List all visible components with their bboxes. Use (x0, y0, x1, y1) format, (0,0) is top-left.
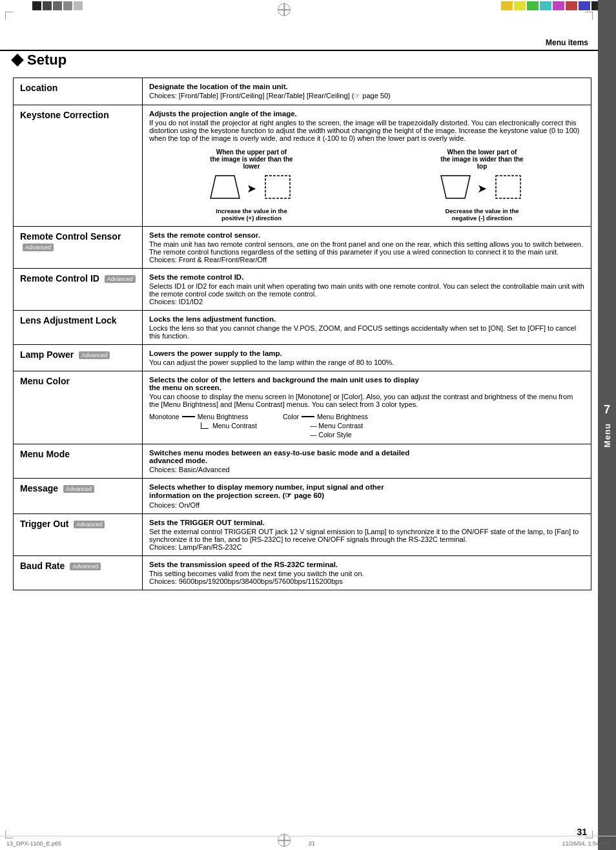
mcd-color-item2-line: — Menu Contrast (310, 422, 368, 430)
ks-rect-left (260, 172, 296, 205)
mcd-color-item3-line: — Color Style (310, 431, 368, 439)
advanced-badge: Advanced (105, 275, 136, 283)
swatch-black (32, 1, 41, 10)
corner-tl (5, 12, 13, 19)
diamond-icon (11, 54, 24, 67)
row-title: Sets the remote control ID. (149, 273, 584, 281)
setup-label: Setup (27, 52, 67, 68)
page-title: Menu items (546, 38, 588, 47)
ks-right-shapes: ➤ (438, 172, 526, 205)
table-row: Menu Color Selects the color of the lett… (14, 371, 591, 444)
row-title: Selects the color of the letters and bac… (149, 376, 584, 391)
swatch-dark1 (43, 1, 52, 10)
mcd-mono-label: Monotone Menu Brightness (149, 413, 257, 420)
ks-caption-line1: Increase the value in the positive (+) d… (216, 207, 287, 222)
row-label-lal: Lens Adjustment Lock (14, 311, 143, 345)
table-row: Baud Rate Advanced Sets the transmission… (14, 556, 591, 590)
row-title: Switches menu modes between an easy-to-u… (149, 449, 584, 464)
row-description: Choices: On/Off (149, 501, 584, 509)
row-description: You can choose to display the menu scree… (149, 393, 584, 408)
row-label-location: Location (14, 78, 143, 105)
mcd-color-label: Color Menu Brightness (283, 413, 368, 420)
menu-color-diagram: Monotone Menu Brightness Menu Contrast C… (149, 412, 584, 439)
crosshair-top (278, 3, 291, 16)
table-row: Lamp Power Advanced Lowers the power sup… (14, 345, 591, 371)
row-label-keystone: Keystone Correction (14, 105, 143, 227)
bottom-filename: 13_DPX-1100_E.p65 (6, 840, 61, 847)
ks-trap-wide-top (207, 172, 243, 205)
table-row: Remote Control Sensor Advanced Sets the … (14, 227, 591, 269)
mcd-color-item3: — Color Style (310, 431, 352, 439)
mcd-color-text: Color (283, 413, 299, 420)
top-color-swatches (501, 1, 603, 10)
mcd-corner1 (201, 422, 209, 429)
table-row: Menu Mode Switches menu modes between an… (14, 444, 591, 479)
advanced-badge: Advanced (23, 244, 54, 251)
swatch-yellow2 (514, 1, 526, 10)
row-description: Set the external control TRIGGER OUT jac… (149, 528, 584, 551)
mcd-color-item2: — Menu Contrast (310, 422, 363, 430)
row-description: Choices: [Front/Table] [Front/Ceiling] [… (149, 92, 584, 100)
svg-rect-3 (496, 176, 520, 198)
ks-right-label: When the lower part of the image is wide… (440, 149, 524, 170)
swatch-magenta (553, 1, 564, 10)
row-label-msg: Message Advanced (14, 479, 143, 514)
svg-rect-1 (265, 176, 290, 198)
mcd-mono-text: Monotone (149, 413, 180, 420)
left-color-bar (32, 1, 83, 10)
row-content-br: Sets the transmission speed of the RS-23… (143, 556, 591, 590)
swatch-green (527, 1, 539, 10)
row-content-keystone: Adjusts the projection angle of the imag… (143, 105, 591, 227)
bottom-strip: 13_DPX-1100_E.p65 31 11/26/04, 1:54 PM (0, 836, 616, 850)
ks-arrow-right: ➤ (477, 181, 487, 196)
section-number: 7 (604, 403, 610, 417)
row-label-to: Trigger Out Advanced (14, 514, 143, 556)
ks-caption-line2: Decrease the value in the negative (-) d… (445, 207, 518, 222)
row-description: Locks the lens so that you cannot change… (149, 324, 584, 340)
advanced-badge: Advanced (79, 351, 110, 359)
mcd-mono-col: Monotone Menu Brightness Menu Contrast (149, 412, 257, 439)
ks-right-label-line2: the image is wider than the top (440, 156, 523, 170)
bottom-page: 31 (309, 840, 315, 847)
section-label: Menu (602, 423, 612, 448)
row-description: This setting becomes valid from the next… (149, 570, 584, 585)
swatch-dark2 (53, 1, 62, 10)
row-label-br: Baud Rate Advanced (14, 556, 143, 590)
mcd-mono-item1: Menu Brightness (198, 413, 249, 420)
advanced-badge: Advanced (63, 485, 94, 493)
table-row: Lens Adjustment Lock Locks the lens adju… (14, 311, 591, 345)
table-row: Remote Control ID Advanced Sets the remo… (14, 269, 591, 311)
ks-rect-right (491, 172, 526, 205)
row-label-rcid: Remote Control ID Advanced (14, 269, 143, 311)
row-description: The main unit has two remote control sen… (149, 240, 584, 264)
ks-left-label-line2: the image is wider than the lower (210, 156, 293, 170)
ks-right-col: When the lower part of the image is wide… (437, 149, 528, 222)
row-content-msg: Selects whether to display memory number… (143, 479, 591, 514)
ks-left-label-line1: When the upper part of (216, 149, 287, 156)
ks-right-label-line1: When the lower part of (447, 149, 517, 156)
ks-left-caption: Increase the value in the positive (+) d… (207, 207, 297, 222)
row-content-mc: Selects the color of the letters and bac… (143, 371, 591, 444)
page-header: Menu items (0, 36, 598, 51)
row-content-rcs: Sets the remote control sensor. The main… (143, 227, 591, 269)
row-title: Sets the remote control sensor. (149, 231, 584, 239)
swatch-light (74, 1, 83, 10)
section-heading: Setup (13, 52, 591, 68)
ks-trap-wide-bottom (438, 172, 473, 205)
setup-table: Location Designate the location of the m… (13, 78, 591, 590)
ks-left-label: When the upper part of the image is wide… (210, 149, 294, 170)
row-title: Adjusts the projection angle of the imag… (149, 110, 584, 118)
row-title: Designate the location of the main unit. (149, 83, 584, 90)
row-content-rcid: Sets the remote control ID. Selects ID1 … (143, 269, 591, 311)
row-content-lp: Lowers the power supply to the lamp. You… (143, 345, 591, 371)
table-row: Location Designate the location of the m… (14, 78, 591, 105)
row-title: Lowers the power supply to the lamp. (149, 349, 584, 357)
ks-left-shapes: ➤ (207, 172, 296, 205)
swatch-blue (579, 1, 590, 10)
corner-tr (585, 12, 593, 19)
row-content-lal: Locks the lens adjustment function. Lock… (143, 311, 591, 345)
row-title: Sets the transmission speed of the RS-23… (149, 561, 584, 568)
ks-arrow-left: ➤ (247, 181, 256, 196)
row-description: You can adjust the power supplied to the… (149, 358, 584, 366)
row-content-mm: Switches menu modes between an easy-to-u… (143, 444, 591, 479)
